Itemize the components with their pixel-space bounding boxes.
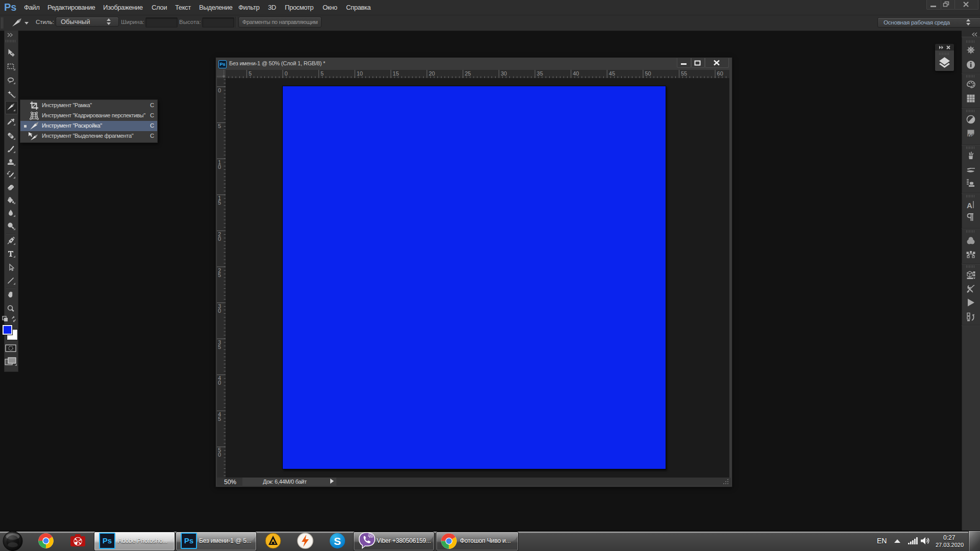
svg-text:5: 5: [218, 416, 221, 422]
svg-text:0: 0: [218, 164, 221, 170]
svg-text:30: 30: [501, 70, 507, 77]
svg-text:0: 0: [218, 87, 221, 93]
svg-text:S: S: [334, 535, 341, 547]
svg-text:A: A: [967, 201, 972, 210]
svg-text:35: 35: [537, 70, 543, 77]
svg-text:25: 25: [465, 70, 471, 77]
svg-text:5: 5: [218, 344, 221, 350]
svg-text:5: 5: [218, 272, 221, 278]
svg-text:0: 0: [285, 70, 288, 77]
svg-text:fx: fx: [968, 133, 972, 138]
svg-text:10: 10: [357, 70, 363, 77]
svg-text:60: 60: [717, 70, 723, 77]
svg-text:0: 0: [218, 308, 221, 314]
svg-text:15: 15: [393, 70, 399, 77]
svg-text:0: 0: [218, 236, 221, 242]
svg-text:20: 20: [429, 70, 435, 77]
svg-text:5: 5: [218, 123, 221, 129]
svg-text:5: 5: [218, 199, 221, 206]
svg-text:0: 0: [218, 452, 221, 458]
svg-text:0: 0: [218, 380, 221, 386]
svg-text:5: 5: [249, 70, 252, 77]
svg-text:55: 55: [681, 70, 687, 77]
svg-text:40: 40: [573, 70, 579, 77]
svg-text:5: 5: [321, 70, 324, 77]
svg-text:50: 50: [645, 70, 651, 77]
svg-text:45: 45: [609, 70, 615, 77]
